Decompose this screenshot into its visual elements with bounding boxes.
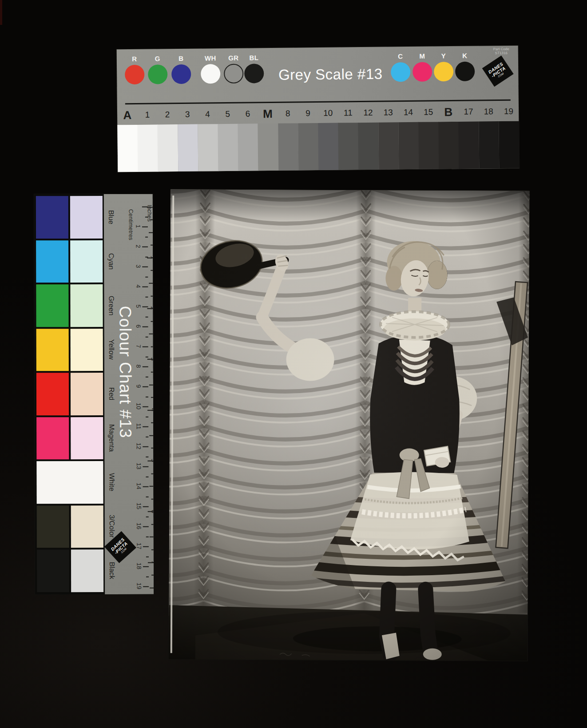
step-patch-17 (459, 122, 480, 169)
inch-number-3: 3 (150, 354, 154, 364)
ruler-tick (142, 267, 148, 267)
ruler-tick (146, 476, 148, 477)
circle-label-BL: BL (244, 54, 264, 61)
step-patch-10 (318, 123, 339, 170)
ruler-tick (143, 426, 148, 427)
step-label-19: 19 (499, 104, 519, 119)
row-tint-3/Color (71, 505, 103, 548)
ruler-tick (142, 247, 148, 247)
ruler-tick (151, 346, 153, 347)
ruler-tick (145, 236, 148, 237)
ruler-tick (143, 386, 148, 387)
step-label-6: 6 (238, 106, 258, 121)
cm-number-8: 8 (135, 362, 142, 371)
step-patch-5 (218, 124, 238, 171)
cm-number-12: 12 (135, 442, 142, 451)
cm-number-15: 15 (135, 501, 143, 511)
ruler-tick (146, 496, 149, 497)
circle-label-WH: WH (201, 54, 220, 62)
row-swatch-Magenta (36, 417, 69, 460)
inch-number-2: 2 (149, 303, 154, 313)
ruler-tick (146, 576, 149, 577)
row-swatch-White (36, 461, 103, 504)
step-labels: A123456M89101112131415B171819 (117, 46, 518, 50)
ruler-tick (143, 586, 149, 587)
cm-number-16: 16 (135, 521, 143, 531)
step-label-17: 17 (458, 104, 479, 119)
ruler-tick (145, 276, 148, 277)
circle-label-M: M (412, 52, 432, 60)
ruler-tick (143, 366, 148, 367)
step-patches (117, 46, 518, 50)
ruler-tick (149, 283, 153, 284)
calibration-circle-BL (244, 64, 264, 83)
ruler-tick (145, 216, 148, 217)
ruler-tick (151, 245, 153, 246)
step-label-11: 11 (338, 105, 358, 120)
cm-number-1: 1 (135, 222, 142, 231)
step-patch-18 (479, 121, 500, 168)
part-code: Part Code ST1316 (486, 47, 516, 56)
ruler-tick (149, 384, 153, 385)
ruler-tick (143, 406, 148, 407)
ruler-tick (143, 466, 148, 467)
ruler-tick (143, 506, 149, 507)
circle-label-C: C (391, 52, 410, 60)
cm-number-10: 10 (135, 402, 142, 411)
step-patch-6 (238, 123, 259, 171)
ruler-tick (151, 524, 154, 525)
step-label-18: 18 (479, 104, 499, 119)
ruler-tick (151, 372, 153, 373)
step-patch-A (117, 125, 138, 172)
ruler-tick (150, 486, 154, 487)
row-swatch-Red (36, 373, 69, 415)
step-patch-B (438, 122, 459, 169)
row-swatch-Black (37, 549, 69, 592)
danes-picta-logo: DANES -PICTA .COM (482, 56, 514, 87)
ruler-tick (151, 270, 153, 271)
grey-scale-bar: Part Code ST1316 RGBWHGRBLCMYK Grey Scal… (117, 46, 520, 172)
circle-label-K: K (455, 52, 475, 60)
ruler-tick (143, 566, 149, 567)
ruler-tick (151, 397, 153, 398)
cm-number-2: 2 (135, 242, 142, 251)
step-label-12: 12 (358, 105, 378, 120)
step-label-15: 15 (418, 104, 439, 119)
calibration-circle-B (171, 64, 191, 84)
step-patch-13 (378, 122, 399, 169)
step-label-3: 3 (178, 107, 198, 122)
step-label-A: A (117, 107, 138, 123)
calibration-circle-R (125, 65, 144, 84)
row-swatch-Blue (36, 196, 68, 239)
ruler-tick (147, 207, 153, 207)
ruler-tick (151, 219, 153, 220)
step-patch-2 (158, 124, 178, 171)
ruler-tick (151, 473, 153, 474)
row-swatch-Green (36, 284, 68, 327)
step-patch-12 (358, 123, 379, 170)
step-patch-15 (418, 122, 439, 169)
grey-scale-title: Grey Scale #13 (272, 65, 389, 84)
row-swatch-3/Color (37, 505, 69, 548)
ruler-tick (150, 587, 154, 588)
cm-number-14: 14 (135, 481, 143, 491)
calibration-circle-G (148, 64, 167, 84)
step-label-9: 9 (298, 106, 318, 121)
cm-number-5: 5 (135, 302, 142, 311)
step-label-B: B (438, 104, 459, 119)
circle-label-GR: GR (224, 54, 243, 62)
row-tint-Magenta (71, 417, 103, 459)
row-tint-Red (71, 373, 103, 415)
calibration-circle-M (412, 62, 432, 82)
ruler-tick (143, 486, 149, 487)
repro-scene: Part Code ST1316 RGBWHGRBLCMYK Grey Scal… (0, 0, 587, 728)
ruler-tick (143, 446, 148, 447)
ruler-tick (146, 356, 148, 357)
ruler-tick (151, 422, 153, 423)
ruler-tick (151, 295, 153, 296)
inch-number-1: 1 (149, 252, 154, 262)
cm-number-17: 17 (135, 541, 143, 551)
ruler-tick (146, 396, 148, 397)
ruler-tick (151, 448, 153, 449)
step-patch-9 (298, 123, 319, 170)
